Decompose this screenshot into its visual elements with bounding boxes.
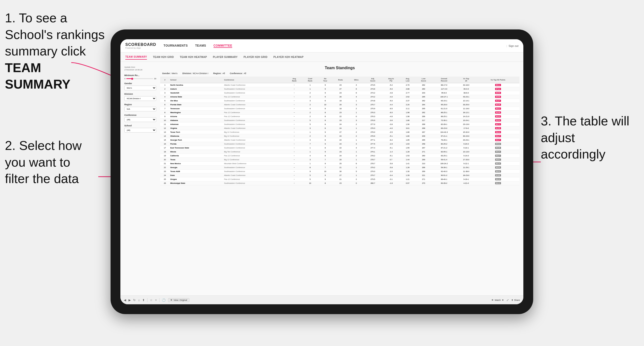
cell-avg-low: 1.28: [400, 166, 415, 170]
bookmark-icon[interactable]: ☆: [150, 298, 152, 302]
cell-rank: 8: [160, 111, 170, 115]
nav-link-committee[interactable]: COMMITTEE: [214, 44, 232, 48]
cell-avg-par: -9.5: [382, 107, 400, 111]
sub-nav-team-h2h-heatmap[interactable]: TEAM H2H HEATMAP: [180, 55, 207, 59]
sub-nav-player-h2h-heatmap[interactable]: PLAYER H2H HEATMAP: [274, 55, 304, 59]
resize-icon[interactable]: ⤢: [506, 298, 509, 302]
share-button[interactable]: ⬆ Share: [511, 299, 520, 301]
cell-avg-rank: ~: [286, 130, 302, 134]
forward-icon[interactable]: ▶: [128, 298, 131, 302]
cell-rank: 17: [160, 146, 170, 150]
cell-vs25: 42-18-0: [456, 83, 476, 87]
cell-school: Texas: [170, 158, 223, 162]
cell-adj-score: 278.7: [364, 158, 382, 162]
nav-link-tournaments[interactable]: TOURNAMENTS: [164, 44, 188, 48]
cell-avg-low: 2.77: [400, 91, 415, 95]
sub-nav-player-h2h-grid[interactable]: PLAYER H2H GRID: [244, 55, 268, 59]
cell-low-score: 210: [415, 162, 432, 166]
cell-low-score: 217: [415, 119, 432, 123]
reload-icon[interactable]: ↻: [133, 298, 136, 302]
bottom-toolbar: ◀ ▶ ↻ ⌂ ⬆ ☆ + 🕐 👁 View: Original 👁 Watch…: [120, 296, 523, 304]
add-icon[interactable]: +: [155, 298, 157, 302]
cell-avg-rank: ~: [286, 150, 302, 154]
cell-no-tour: 9: [318, 130, 332, 134]
share-icon-small[interactable]: ⬆: [142, 298, 145, 302]
cell-vs50: 87.21: [476, 87, 520, 91]
cell-conf-rank: 2: [302, 91, 318, 95]
view-original-button[interactable]: 👁 View: Original: [168, 298, 189, 302]
cell-conference: Pac-12 Conference: [223, 154, 286, 158]
cell-overall: 80-25-2: [432, 142, 456, 146]
table-row: 18 Illinois Big Ten Conference ~ 1 9 23 …: [160, 150, 520, 154]
rank-slider[interactable]: [126, 78, 153, 79]
cell-avg-low: 2.52: [400, 95, 415, 99]
sub-nav-team-summary[interactable]: TEAM SUMMARY: [125, 54, 147, 60]
conference-select[interactable]: (All): [124, 117, 156, 122]
cell-conf-rank: 8: [302, 166, 318, 170]
cell-avg-rank: ~: [286, 107, 302, 111]
sign-out-link[interactable]: Sign out: [508, 44, 518, 47]
cell-adj-score: 274.8: [364, 99, 382, 103]
clock-icon[interactable]: 🕐: [162, 298, 166, 302]
cell-avg-rank: ~: [286, 166, 302, 170]
sub-nav-player-summary[interactable]: PLAYER SUMMARY: [213, 55, 238, 59]
table-area: Team Standings Gender: Men's Division: N…: [160, 66, 520, 292]
nav-link-teams[interactable]: TEAMS: [195, 44, 206, 48]
cell-adj-score: 277.4: [364, 146, 382, 150]
home-icon[interactable]: ⌂: [138, 298, 140, 302]
cell-vs50: 58.34: [476, 130, 520, 134]
cell-low-score: 268: [415, 123, 432, 126]
cell-school: Vanderbilt: [170, 91, 223, 95]
division-select[interactable]: NCAA Division I NCAA Division II NCAA Di…: [124, 96, 156, 101]
sidebar-region: Region N/A All: [124, 103, 156, 111]
cell-conf-rank: 1: [302, 150, 318, 154]
cell-adj-score: 278.7: [364, 162, 382, 166]
gender-select[interactable]: Men's Women's: [124, 86, 156, 90]
cell-conf-rank: 2: [302, 103, 318, 107]
cell-avg-rank: ~: [286, 134, 302, 138]
cell-rank: 1: [160, 83, 170, 87]
cell-rnds: 23: [332, 181, 349, 185]
cell-avg-par: -0.4: [382, 173, 400, 177]
cell-conf-rank: 4: [302, 154, 318, 158]
cell-rnds: 23: [332, 83, 349, 87]
cell-conference: Pac-12 Conference: [223, 111, 286, 115]
col-vs50: Vs Top 50 Points: [476, 77, 520, 83]
cell-no-tour: 9: [318, 134, 332, 138]
view-icon: 👁: [170, 299, 172, 301]
watch-button[interactable]: 👁 Watch ▼: [492, 299, 504, 301]
share-label: Share: [514, 299, 520, 301]
col-no-tour: NoTour: [318, 77, 332, 83]
cell-vs50: 66.91: [476, 158, 520, 162]
sub-nav-team-h2h-grid[interactable]: TEAM H2H GRID: [153, 55, 174, 59]
col-conference: Conference: [223, 77, 286, 83]
cell-rank: 20: [160, 158, 170, 162]
cell-low-score: 221: [415, 173, 432, 177]
filter-region: Region: All: [213, 72, 225, 75]
cell-low-score: 258: [415, 142, 432, 146]
school-select[interactable]: (All): [124, 128, 156, 133]
region-select[interactable]: N/A All: [124, 107, 156, 111]
cell-avg-par: -2.0: [382, 170, 400, 173]
back-icon[interactable]: ◀: [124, 298, 126, 302]
cell-school: Florida State: [170, 103, 223, 107]
cell-vs50: 80.71: [476, 123, 520, 126]
cell-vs50: 80.21: [476, 107, 520, 111]
cell-overall: 61-21-0: [432, 107, 456, 111]
cell-wins: 2: [349, 107, 364, 111]
cell-rnds: 22: [332, 146, 349, 150]
navbar: SCOREBOARD Powered by clippi TOURNAMENTS…: [120, 39, 523, 52]
cell-conference: Southeastern Conference: [223, 119, 286, 123]
cell-adj-score: 278.2: [364, 154, 382, 158]
cell-overall: 97-21-1: [432, 134, 456, 138]
cell-school: Georgia Tech: [170, 138, 223, 142]
cell-adj-score: 276.3: [364, 115, 382, 119]
cell-vs25: 17-9-0: [456, 126, 476, 130]
cell-vs50: 63.49: [476, 111, 520, 115]
cell-school: Arkansas: [170, 123, 223, 126]
cell-school: Georgia: [170, 166, 223, 170]
cell-conference: Atlantic Coast Conference: [223, 126, 286, 130]
cell-wins: 1: [349, 158, 364, 162]
cell-rnds: 24: [332, 126, 349, 130]
cell-vs25: 43-23-1: [456, 95, 476, 99]
